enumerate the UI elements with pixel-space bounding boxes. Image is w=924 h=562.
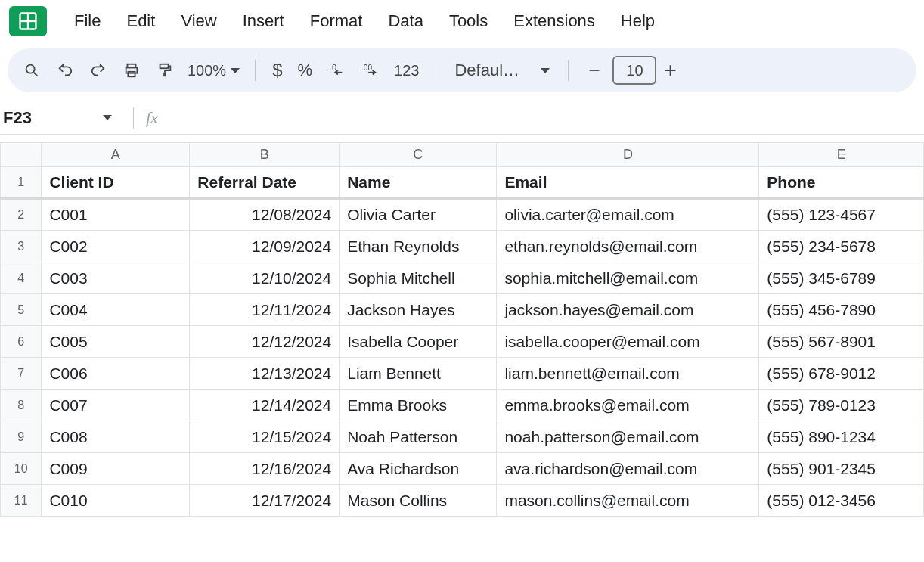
format-currency-button[interactable]: $ (266, 60, 288, 81)
cell[interactable]: 12/12/2024 (190, 326, 340, 358)
column-header-B[interactable]: B (190, 143, 340, 167)
cell[interactable]: (555) 012-3456 (759, 485, 924, 517)
cell[interactable]: C008 (42, 421, 190, 453)
cell[interactable]: Ethan Reynolds (340, 231, 497, 262)
column-header-C[interactable]: C (340, 143, 497, 167)
cell[interactable]: 12/13/2024 (190, 358, 340, 390)
cell[interactable]: noah.patterson@email.com (497, 421, 759, 453)
format-123-button[interactable]: 123 (388, 62, 425, 79)
cell[interactable]: Ava Richardson (340, 453, 497, 485)
cell[interactable]: Phone (759, 167, 924, 199)
cell[interactable]: ava.richardson@email.com (497, 453, 759, 485)
menu-format[interactable]: Format (298, 7, 375, 36)
cell[interactable]: (555) 456-7890 (759, 294, 924, 326)
cell[interactable]: Isabella Cooper (340, 326, 497, 358)
cell[interactable]: Olivia Carter (340, 199, 497, 231)
cell[interactable]: 12/15/2024 (190, 421, 340, 453)
cell[interactable]: Mason Collins (340, 485, 497, 517)
column-header-E[interactable]: E (759, 143, 924, 167)
row-header-9[interactable]: 9 (1, 421, 42, 453)
menu-help[interactable]: Help (609, 7, 667, 36)
cell[interactable]: isabella.cooper@email.com (497, 326, 759, 358)
cell[interactable]: Referral Date (190, 167, 340, 199)
cell[interactable]: (555) 567-8901 (759, 326, 924, 358)
cell[interactable]: Client ID (42, 167, 190, 199)
row-header-10[interactable]: 10 (1, 453, 42, 485)
menu-insert[interactable]: Insert (231, 7, 296, 36)
cell[interactable]: 12/17/2024 (190, 485, 340, 517)
row-header-4[interactable]: 4 (1, 262, 42, 294)
format-percent-button[interactable]: % (292, 61, 319, 80)
name-box[interactable]: F23 (0, 108, 121, 128)
menu-tools[interactable]: Tools (437, 7, 500, 36)
formula-bar-input[interactable] (158, 101, 924, 134)
cell[interactable]: C004 (42, 294, 190, 326)
print-button[interactable] (116, 55, 147, 85)
menu-data[interactable]: Data (376, 7, 435, 36)
cell[interactable]: C006 (42, 358, 190, 390)
cell[interactable]: (555) 345-6789 (759, 262, 924, 294)
cell[interactable]: Emma Brooks (340, 390, 497, 421)
cell[interactable]: 12/09/2024 (190, 231, 340, 262)
menu-extensions[interactable]: Extensions (501, 7, 607, 36)
row-header-6[interactable]: 6 (1, 326, 42, 358)
cell[interactable]: (555) 234-5678 (759, 231, 924, 262)
cell[interactable]: Email (497, 167, 759, 199)
row-header-8[interactable]: 8 (1, 390, 42, 421)
cell[interactable]: Liam Bennett (340, 358, 497, 390)
row-header-1[interactable]: 1 (1, 167, 42, 199)
cell[interactable]: C009 (42, 453, 190, 485)
cell[interactable]: C003 (42, 262, 190, 294)
cell[interactable]: 12/14/2024 (190, 390, 340, 421)
cell[interactable]: C001 (42, 199, 190, 231)
font-size-input[interactable]: 10 (612, 56, 656, 85)
cell[interactable]: liam.bennett@email.com (497, 358, 759, 390)
cell[interactable]: sophia.mitchell@email.com (497, 262, 759, 294)
cell[interactable]: Jackson Hayes (340, 294, 497, 326)
cell[interactable]: Name (340, 167, 497, 199)
select-all-corner[interactable] (1, 143, 42, 167)
search-button[interactable] (17, 55, 47, 85)
row-header-5[interactable]: 5 (1, 294, 42, 326)
increase-decimal-button[interactable]: .00 (355, 55, 385, 85)
cell[interactable]: Sophia Mitchell (340, 262, 497, 294)
column-header-A[interactable]: A (42, 143, 190, 167)
cell[interactable]: ethan.reynolds@email.com (497, 231, 759, 262)
cell[interactable]: 12/11/2024 (190, 294, 340, 326)
cell[interactable]: emma.brooks@email.com (497, 390, 759, 421)
cell[interactable]: 12/16/2024 (190, 453, 340, 485)
increase-fontsize-button[interactable]: + (659, 58, 681, 82)
decrease-fontsize-button[interactable] (579, 55, 609, 85)
sheets-app-icon[interactable] (9, 6, 47, 36)
paint-format-button[interactable] (150, 55, 180, 85)
menu-file[interactable]: File (62, 7, 113, 36)
font-dropdown[interactable]: Defaul… (447, 61, 557, 80)
cell[interactable]: 12/08/2024 (190, 199, 340, 231)
cell[interactable]: C007 (42, 390, 190, 421)
cell[interactable]: C005 (42, 326, 190, 358)
row-header-3[interactable]: 3 (1, 231, 42, 262)
cell[interactable]: (555) 901-2345 (759, 453, 924, 485)
column-header-D[interactable]: D (497, 143, 759, 167)
cell[interactable]: mason.collins@email.com (497, 485, 759, 517)
zoom-dropdown[interactable]: 100% (183, 62, 244, 79)
cell[interactable]: olivia.carter@email.com (497, 199, 759, 231)
cell[interactable]: (555) 678-9012 (759, 358, 924, 390)
cell[interactable]: C002 (42, 231, 190, 262)
decrease-decimal-button[interactable]: .0 (321, 55, 352, 85)
row-header-11[interactable]: 11 (1, 485, 42, 517)
menu-view[interactable]: View (169, 7, 228, 36)
row-header-2[interactable]: 2 (1, 199, 42, 231)
cell[interactable]: jackson.hayes@email.com (497, 294, 759, 326)
spreadsheet-grid[interactable]: ABCDE1Client IDReferral DateNameEmailPho… (0, 142, 924, 517)
cell[interactable]: (555) 890-1234 (759, 421, 924, 453)
redo-button[interactable] (83, 55, 113, 85)
cell[interactable]: Noah Patterson (340, 421, 497, 453)
menu-edit[interactable]: Edit (114, 7, 167, 36)
cell[interactable]: (555) 789-0123 (759, 390, 924, 421)
row-header-7[interactable]: 7 (1, 358, 42, 390)
undo-button[interactable] (50, 55, 80, 85)
cell[interactable]: (555) 123-4567 (759, 199, 924, 231)
cell[interactable]: C010 (42, 485, 190, 517)
cell[interactable]: 12/10/2024 (190, 262, 340, 294)
